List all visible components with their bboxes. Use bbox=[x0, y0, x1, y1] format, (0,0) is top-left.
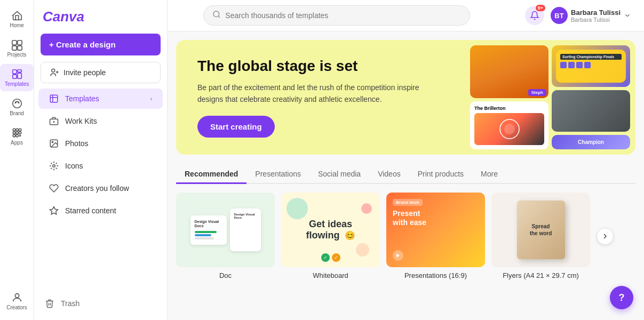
chevron-right-icon: › bbox=[150, 96, 152, 102]
flyers-thumb: Spread the word bbox=[491, 193, 590, 267]
tab-recommended[interactable]: Recommended bbox=[176, 165, 247, 184]
icons-nav-icon bbox=[49, 161, 59, 171]
doc-mini-2: Design Visual Docs bbox=[230, 209, 261, 251]
notification-button[interactable]: 9+ bbox=[525, 6, 544, 25]
svg-point-13 bbox=[19, 129, 21, 131]
user-menu[interactable]: BT Barbara Tulissi Barbara Tulissi bbox=[551, 7, 631, 24]
presentations-card-label: Presentations (16:9) bbox=[386, 271, 485, 279]
svg-rect-2 bbox=[12, 46, 16, 50]
pres-text1: Present bbox=[393, 209, 420, 218]
nav-item-templates[interactable]: Templates › bbox=[38, 89, 163, 109]
svg-point-9 bbox=[15, 102, 15, 102]
nav-item-workkits[interactable]: Work Kits bbox=[38, 111, 163, 131]
workkits-icon bbox=[49, 116, 59, 126]
pres-text2: with ease bbox=[393, 218, 426, 227]
tab-print-products[interactable]: Print products bbox=[409, 165, 472, 184]
nav-workkits-label: Work Kits bbox=[65, 117, 97, 125]
svg-marker-34 bbox=[396, 254, 400, 258]
header-right: 9+ BT Barbara Tulissi Barbara Tulissi bbox=[525, 6, 631, 25]
brillion-graphic bbox=[474, 113, 544, 145]
sidebar-item-brand[interactable]: Brand bbox=[0, 93, 34, 121]
flyer-book: Spread the word bbox=[517, 201, 565, 259]
hero-title: The global stage is set bbox=[197, 57, 422, 75]
hero-text: The global stage is set Be part of the e… bbox=[197, 57, 422, 138]
template-card-doc[interactable]: Design Visual Docs Design Visual Docs Do… bbox=[176, 193, 275, 279]
svg-rect-7 bbox=[17, 73, 21, 78]
user-name: Barbara Tulissi bbox=[571, 9, 621, 17]
sidebar-projects-label: Projects bbox=[7, 52, 26, 58]
svg-point-20 bbox=[52, 69, 55, 72]
champion-text: Champion bbox=[578, 139, 604, 145]
template-card-presentations[interactable]: Brand deck Present with ease Presentatio… bbox=[386, 193, 485, 279]
flyers-card-label: Flyers (A4 21 × 29.7 cm) bbox=[491, 271, 590, 279]
nav-item-icons[interactable]: Icons bbox=[38, 156, 163, 176]
create-design-button[interactable]: + Create a design bbox=[41, 34, 161, 55]
templates-nav-icon bbox=[49, 94, 59, 103]
svg-rect-4 bbox=[12, 70, 16, 74]
app-logo: Canva bbox=[34, 6, 167, 34]
trash-icon bbox=[45, 299, 54, 308]
sidebar-home-label: Home bbox=[10, 22, 24, 28]
hero-images: Steph The Brillerton bbox=[465, 40, 635, 155]
search-input[interactable] bbox=[225, 11, 461, 20]
tab-presentations[interactable]: Presentations bbox=[247, 165, 309, 184]
svg-point-16 bbox=[19, 132, 21, 134]
bell-icon bbox=[530, 11, 539, 20]
tab-more[interactable]: More bbox=[472, 165, 506, 184]
user-sub: Barbara Tulissi bbox=[571, 17, 621, 23]
nav-item-photos[interactable]: Photos bbox=[38, 133, 163, 154]
hero-col-2: Surfing Championship Finals bbox=[552, 45, 630, 149]
sidebar-item-home[interactable]: Home bbox=[0, 5, 34, 33]
sidebar-apps-label: Apps bbox=[11, 140, 23, 146]
svg-rect-0 bbox=[12, 41, 16, 45]
avatar: BT bbox=[551, 7, 568, 24]
main-content: 9+ BT Barbara Tulissi Barbara Tulissi Th… bbox=[168, 0, 644, 320]
svg-point-12 bbox=[15, 129, 18, 131]
svg-rect-6 bbox=[12, 75, 16, 78]
svg-point-18 bbox=[15, 134, 18, 137]
svg-point-11 bbox=[13, 129, 15, 131]
nav-item-starred[interactable]: Starred content bbox=[38, 201, 163, 221]
sidebar-item-templates[interactable]: Templates bbox=[0, 64, 34, 91]
main-sidebar: Canva + Create a design Invite people Te… bbox=[34, 0, 168, 320]
home-icon bbox=[11, 10, 23, 21]
nav-photos-label: Photos bbox=[65, 139, 89, 148]
nav-item-creators-follow[interactable]: Creators you follow bbox=[38, 178, 163, 198]
svg-point-15 bbox=[15, 132, 18, 134]
steph-badge: Steph bbox=[528, 89, 546, 96]
hero-banner: The global stage is set Be part of the e… bbox=[176, 40, 635, 155]
tab-social-media[interactable]: Social media bbox=[309, 165, 369, 184]
hero-surfing-card: Surfing Championship Finals bbox=[552, 45, 630, 87]
svg-rect-1 bbox=[17, 41, 21, 45]
invite-people-button[interactable]: Invite people bbox=[41, 62, 161, 83]
cards-next-button[interactable] bbox=[597, 228, 614, 245]
sidebar-item-apps[interactable]: Apps bbox=[0, 123, 34, 150]
trash-item[interactable]: Trash bbox=[34, 293, 167, 314]
help-button[interactable]: ? bbox=[610, 286, 633, 309]
tab-videos[interactable]: Videos bbox=[369, 165, 409, 184]
hero-champion-card: Champion bbox=[552, 135, 630, 149]
template-card-whiteboard[interactable]: Get ideas flowing 😊 ✓ ✓ Whiteboard bbox=[281, 193, 380, 279]
hero-cta-button[interactable]: Start creating bbox=[197, 116, 275, 138]
search-bar[interactable] bbox=[203, 5, 470, 26]
chevron-right-icon bbox=[601, 232, 609, 241]
doc-mini-1: Design Visual Docs bbox=[190, 215, 227, 245]
whiteboard-thumb: Get ideas flowing 😊 ✓ ✓ bbox=[281, 193, 380, 267]
brillion-decoration bbox=[496, 118, 523, 140]
search-icon bbox=[212, 10, 221, 21]
surfing-title: Surfing Championship Finals bbox=[562, 55, 619, 59]
sidebar-item-projects[interactable]: Projects bbox=[0, 35, 34, 62]
nav-icons-label: Icons bbox=[65, 162, 83, 170]
brillion-title: The Brillerton bbox=[474, 106, 544, 111]
sidebar-item-creators[interactable]: Creators bbox=[0, 287, 34, 315]
svg-rect-3 bbox=[17, 46, 21, 50]
notification-badge: 9+ bbox=[536, 5, 545, 11]
trash-label: Trash bbox=[61, 299, 79, 308]
user-info: Barbara Tulissi Barbara Tulissi bbox=[571, 9, 621, 23]
svg-point-17 bbox=[13, 134, 15, 137]
svg-marker-29 bbox=[50, 207, 58, 214]
hero-description: Be part of the excitement and let the ru… bbox=[197, 82, 422, 106]
template-card-flyers[interactable]: Spread the word Flyers (A4 21 × 29.7 cm) bbox=[491, 193, 590, 279]
tabs-bar: Recommended Presentations Social media V… bbox=[176, 165, 635, 184]
templates-icon bbox=[11, 68, 23, 80]
